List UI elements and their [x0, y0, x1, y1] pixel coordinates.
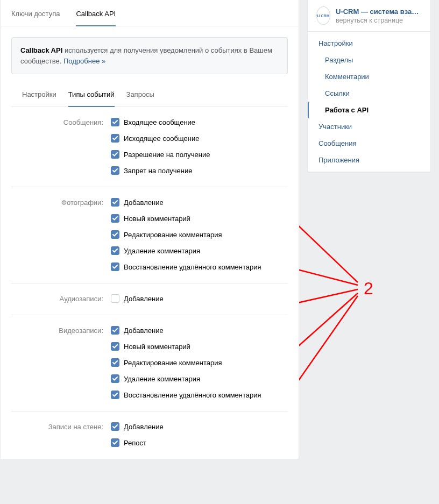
- option-label: Удаление комментария: [124, 247, 200, 255]
- event-group: Аудиозаписи:Добавление: [11, 283, 288, 315]
- community-subtitle: вернуться к странице: [336, 17, 422, 24]
- option-label: Репост: [124, 439, 146, 447]
- event-group: Сообщения:Входящее сообщениеИсходящее со…: [11, 107, 288, 187]
- group-label: Фотографии:: [22, 198, 111, 207]
- checkbox-icon[interactable]: [111, 374, 119, 383]
- checkbox-option[interactable]: Входящее сообщение: [111, 118, 277, 126]
- option-label: Запрет на получение: [124, 167, 192, 175]
- tab-access-keys[interactable]: Ключи доступа: [11, 0, 60, 26]
- checkbox-icon[interactable]: [111, 134, 119, 143]
- checkbox-option[interactable]: Новый комментарий: [111, 214, 277, 223]
- option-label: Добавление: [124, 198, 164, 207]
- info-title: Callback API: [20, 46, 62, 54]
- event-group: Фотографии:ДобавлениеНовый комментарийРе…: [11, 187, 288, 283]
- option-label: Восстановление удалённого комментария: [124, 391, 261, 399]
- community-title: U-CRM — система взаим..: [336, 8, 422, 16]
- checkbox-option[interactable]: Восстановление удалённого комментария: [111, 391, 277, 399]
- option-label: Разрешение на получение: [124, 151, 210, 159]
- sidebar-nav: Настройки Разделы Комментарии Ссылки Раб…: [308, 32, 430, 172]
- nav-api[interactable]: Работа с API: [308, 102, 430, 118]
- checkbox-icon[interactable]: [111, 422, 119, 431]
- checkbox-option[interactable]: Разрешение на получение: [111, 150, 277, 159]
- event-group: Видеозаписи:ДобавлениеНовый комментарийР…: [11, 315, 288, 411]
- info-box: Callback API используется для получения …: [11, 37, 288, 74]
- option-label: Входящее сообщение: [124, 118, 195, 126]
- option-label: Добавление: [124, 295, 164, 303]
- option-label: Редактирование комментария: [124, 231, 222, 239]
- subtab-event-types[interactable]: Типы событий: [68, 90, 115, 107]
- sub-tabs: Настройки Типы событий Запросы: [11, 74, 288, 107]
- sidebar-header[interactable]: U CRM U-CRM — система взаим.. вернуться …: [308, 0, 430, 32]
- checkbox-option[interactable]: Удаление комментария: [111, 374, 277, 383]
- checkbox-icon[interactable]: [111, 198, 119, 207]
- group-label: Записи на стене:: [22, 422, 111, 431]
- event-group: Записи на стене:ДобавлениеРепост: [11, 411, 288, 459]
- option-label: Удаление комментария: [124, 375, 200, 383]
- checkbox-icon[interactable]: [111, 342, 119, 351]
- checkbox-option[interactable]: Добавление: [111, 326, 277, 335]
- checkbox-icon[interactable]: [111, 214, 119, 223]
- subtab-requests[interactable]: Запросы: [126, 90, 154, 107]
- group-label: Сообщения:: [22, 118, 111, 126]
- checkbox-option[interactable]: Репост: [111, 438, 277, 447]
- checkbox-icon[interactable]: [111, 118, 119, 126]
- nav-apps[interactable]: Приложения: [308, 152, 430, 168]
- community-logo: U CRM: [316, 6, 330, 25]
- option-label: Новый комментарий: [124, 215, 190, 223]
- checkbox-option[interactable]: Редактирование комментария: [111, 358, 277, 367]
- nav-settings[interactable]: Настройки: [308, 35, 430, 52]
- checkbox-option[interactable]: Восстановление удалённого комментария: [111, 262, 277, 271]
- checkbox-option[interactable]: Добавление: [111, 422, 277, 431]
- checkbox-option[interactable]: Добавление: [111, 294, 277, 303]
- checkbox-option[interactable]: Новый комментарий: [111, 342, 277, 351]
- group-label: Аудиозаписи:: [22, 294, 111, 303]
- checkbox-option[interactable]: Удаление комментария: [111, 246, 277, 255]
- checkbox-icon[interactable]: [111, 230, 119, 239]
- checkbox-icon[interactable]: [111, 262, 119, 271]
- group-label: Видеозаписи:: [22, 326, 111, 335]
- checkbox-icon[interactable]: [111, 166, 119, 175]
- option-label: Редактирование комментария: [124, 359, 222, 367]
- main-panel: Ключи доступа Callback API Callback API …: [0, 0, 299, 459]
- option-label: Добавление: [124, 326, 164, 335]
- top-tabs: Ключи доступа Callback API: [1, 0, 299, 26]
- checkbox-option[interactable]: Добавление: [111, 198, 277, 207]
- checkbox-option[interactable]: Запрет на получение: [111, 166, 277, 175]
- checkbox-icon[interactable]: [111, 326, 119, 335]
- option-label: Новый комментарий: [124, 343, 190, 351]
- checkbox-icon[interactable]: [111, 358, 119, 367]
- option-label: Восстановление удалённого комментария: [124, 263, 261, 271]
- nav-members[interactable]: Участники: [308, 118, 430, 135]
- checkbox-icon[interactable]: [111, 294, 119, 303]
- info-more-link[interactable]: Подробнее »: [63, 57, 105, 65]
- subtab-settings[interactable]: Настройки: [22, 90, 56, 107]
- nav-links[interactable]: Ссылки: [308, 85, 430, 102]
- checkbox-option[interactable]: Исходящее сообщение: [111, 134, 277, 143]
- checkbox-option[interactable]: Редактирование комментария: [111, 230, 277, 239]
- nav-sections[interactable]: Разделы: [308, 52, 430, 68]
- option-label: Исходящее сообщение: [124, 134, 199, 143]
- tab-callback-api[interactable]: Callback API: [76, 0, 116, 26]
- checkbox-icon[interactable]: [111, 150, 119, 159]
- nav-messages[interactable]: Сообщения: [308, 135, 430, 152]
- checkbox-icon[interactable]: [111, 246, 119, 255]
- checkbox-icon[interactable]: [111, 391, 119, 399]
- checkbox-icon[interactable]: [111, 438, 119, 447]
- option-label: Добавление: [124, 423, 164, 431]
- sidebar: U CRM U-CRM — система взаим.. вернуться …: [307, 0, 431, 459]
- nav-comments[interactable]: Комментарии: [308, 68, 430, 85]
